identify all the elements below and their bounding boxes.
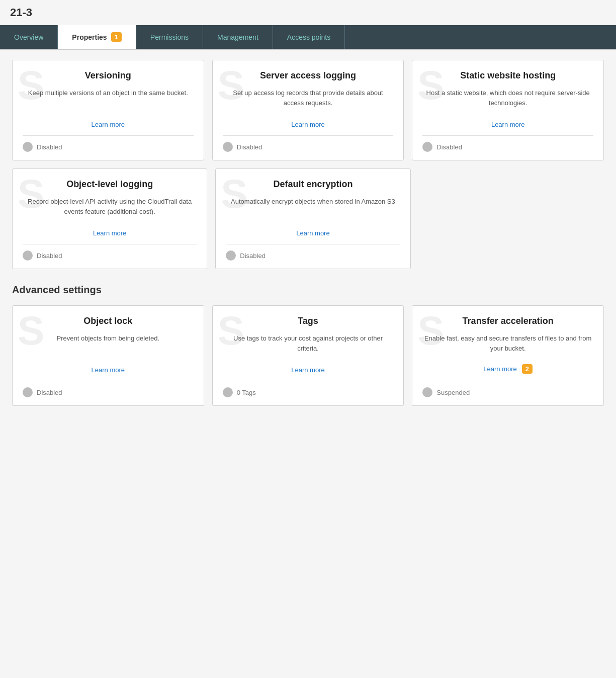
transfer-acceleration-title: Transfer acceleration xyxy=(422,316,593,326)
tab-properties-badge: 1 xyxy=(111,32,122,42)
object-lock-learn-more[interactable]: Learn more xyxy=(23,366,194,374)
server-access-logging-status-dot xyxy=(223,142,233,152)
transfer-acceleration-badge: 2 xyxy=(522,364,533,374)
transfer-acceleration-card: S Transfer acceleration Enable fast, eas… xyxy=(412,305,604,406)
versioning-card: S Versioning Keep multiple versions of a… xyxy=(12,60,204,160)
versioning-status: Disabled xyxy=(37,143,62,151)
tab-properties[interactable]: Properties 1 xyxy=(58,25,136,49)
object-level-logging-learn-more[interactable]: Learn more xyxy=(23,229,197,237)
versioning-desc: Keep multiple versions of an object in t… xyxy=(23,88,194,116)
main-content: S Versioning Keep multiple versions of a… xyxy=(0,50,616,424)
object-level-logging-desc: Record object-level API activity using t… xyxy=(23,197,197,224)
bottom-card-row: S Object-level logging Record object-lev… xyxy=(12,168,411,269)
advanced-settings-section: Advanced settings S Object lock Prevent … xyxy=(12,284,604,406)
tags-title: Tags xyxy=(223,316,394,326)
tab-overview[interactable]: Overview xyxy=(0,25,58,49)
tab-bar: Overview Properties 1 Permissions Manage… xyxy=(0,25,616,50)
top-card-grid: S Versioning Keep multiple versions of a… xyxy=(12,60,604,160)
object-lock-status: Disabled xyxy=(37,389,62,396)
default-encryption-title: Default encryption xyxy=(226,179,400,190)
tags-status: 0 Tags xyxy=(237,389,256,396)
server-access-logging-desc: Set up access log records that provide d… xyxy=(223,88,394,116)
tab-permissions[interactable]: Permissions xyxy=(136,25,203,49)
server-access-logging-card: S Server access logging Set up access lo… xyxy=(212,60,404,160)
tags-desc: Use tags to track your cost against proj… xyxy=(223,333,394,361)
static-website-hosting-desc: Host a static website, which does not re… xyxy=(422,88,593,116)
tab-access-points[interactable]: Access points xyxy=(273,25,345,49)
static-website-hosting-status: Disabled xyxy=(436,143,462,151)
versioning-status-dot xyxy=(23,142,33,152)
server-access-logging-learn-more[interactable]: Learn more xyxy=(223,121,394,128)
transfer-acceleration-status: Suspended xyxy=(436,389,470,396)
default-encryption-status-dot xyxy=(226,250,236,261)
static-website-hosting-card: S Static website hosting Host a static w… xyxy=(412,60,604,160)
static-website-hosting-learn-more[interactable]: Learn more xyxy=(422,121,593,128)
default-encryption-desc: Automatically encrypt objects when store… xyxy=(226,197,400,224)
advanced-card-grid: S Object lock Prevent objects from being… xyxy=(12,305,604,406)
page-title: 21-3 xyxy=(0,0,616,25)
tags-learn-more[interactable]: Learn more xyxy=(223,366,394,374)
tags-status-dot xyxy=(223,387,233,397)
object-lock-title: Object lock xyxy=(23,316,194,326)
object-level-logging-card: S Object-level logging Record object-lev… xyxy=(12,168,207,269)
static-website-hosting-title: Static website hosting xyxy=(422,70,593,81)
transfer-acceleration-learn-more[interactable]: Learn more xyxy=(483,365,516,373)
default-encryption-status: Disabled xyxy=(240,252,266,260)
transfer-acceleration-desc: Enable fast, easy and secure transfers o… xyxy=(422,333,593,359)
versioning-title: Versioning xyxy=(23,70,194,81)
object-level-logging-status: Disabled xyxy=(37,252,62,260)
object-level-logging-status-dot xyxy=(23,250,33,261)
transfer-acceleration-status-dot xyxy=(422,387,432,397)
tab-management[interactable]: Management xyxy=(203,25,273,49)
default-encryption-learn-more[interactable]: Learn more xyxy=(226,229,400,237)
default-encryption-card: S Default encryption Automatically encry… xyxy=(215,168,410,269)
server-access-logging-status: Disabled xyxy=(237,143,262,151)
tags-card: S Tags Use tags to track your cost again… xyxy=(212,305,404,406)
static-website-hosting-status-dot xyxy=(422,142,432,152)
advanced-settings-title: Advanced settings xyxy=(12,284,604,300)
object-lock-status-dot xyxy=(23,387,33,397)
server-access-logging-title: Server access logging xyxy=(223,70,394,81)
object-lock-desc: Prevent objects from being deleted. xyxy=(23,333,194,361)
versioning-learn-more[interactable]: Learn more xyxy=(23,121,194,128)
object-lock-card: S Object lock Prevent objects from being… xyxy=(12,305,204,406)
object-level-logging-title: Object-level logging xyxy=(23,179,197,190)
